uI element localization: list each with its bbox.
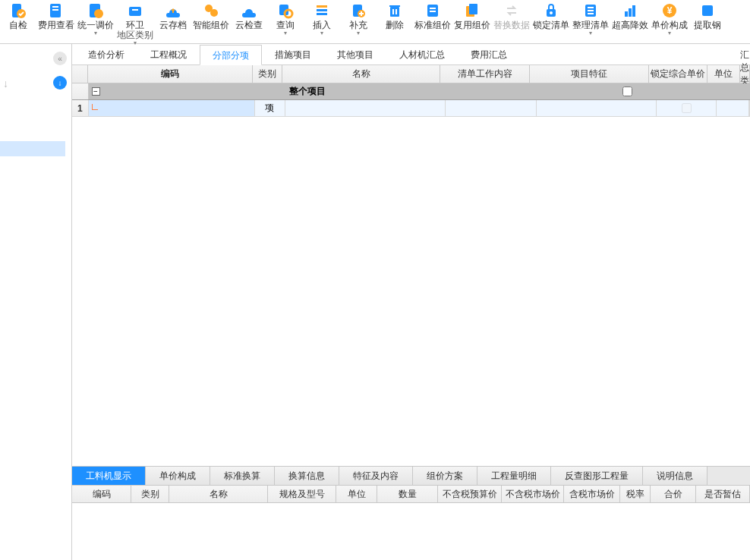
col-list-content[interactable]: 清单工作内容 (440, 65, 530, 83)
col-summary-cat[interactable]: 汇总类别 (740, 65, 750, 83)
col-name[interactable]: 名称 (282, 65, 441, 83)
cell-code[interactable] (89, 100, 256, 116)
row-number: 1 (72, 100, 89, 116)
sidebar-collapse-icon[interactable]: « (53, 52, 67, 65)
bcol-spec[interactable]: 规格及型号 (268, 486, 336, 502)
svg-point-6 (94, 9, 103, 18)
svg-rect-26 (469, 4, 477, 14)
sidebar: « ↓ ↓ (0, 44, 72, 560)
tb-cloud-check[interactable]: 云检查 (231, 2, 267, 30)
sidebar-download-icon[interactable]: ↓ (53, 76, 67, 90)
bcol-market-price-tax[interactable]: 含税市场价 (564, 486, 620, 502)
btab-convert-info[interactable]: 换算信息 (275, 467, 339, 486)
collapse-icon[interactable]: − (92, 87, 100, 96)
bcol-qty[interactable]: 数量 (377, 486, 438, 502)
detail-grid-body (72, 503, 750, 560)
bcol-tax-rate[interactable]: 税率 (620, 486, 651, 502)
row-lock-checkbox[interactable] (682, 103, 692, 113)
tab-measures[interactable]: 措施项目 (262, 44, 324, 64)
chevron-down-icon: ▾ (357, 30, 360, 36)
lock-icon (540, 2, 562, 20)
gear-users-icon (200, 2, 222, 20)
bars-icon (619, 2, 641, 20)
tb-super-high[interactable]: 超高降效 (610, 2, 650, 30)
tb-smart-price[interactable]: 智能组价 (191, 2, 231, 30)
svg-rect-19 (389, 5, 400, 7)
tb-standard-price[interactable]: 标准组价 (413, 2, 452, 30)
tb-insert[interactable]: 插入 ▾ (304, 2, 340, 36)
tb-lock-list[interactable]: 锁定清单 (531, 2, 571, 30)
tb-sanitation[interactable]: 环卫 地区类别 ▾ (115, 2, 155, 46)
svg-rect-34 (629, 8, 632, 17)
col-category[interactable]: 类别 (253, 65, 282, 83)
svg-rect-14 (317, 9, 327, 11)
doc-icon (422, 2, 443, 20)
col-features[interactable]: 项目特征 (530, 65, 649, 83)
tb-extract[interactable]: 提取钢 (689, 2, 726, 30)
btab-price-plan[interactable]: 组价方案 (413, 467, 477, 486)
bcol-unit[interactable]: 单位 (336, 486, 377, 502)
bcol-budget-price[interactable]: 不含税预算价 (438, 486, 502, 502)
col-code[interactable]: 编码 (88, 65, 253, 83)
tb-delete[interactable]: 删除 (377, 2, 413, 30)
main-toolbar: 自检 费用查看 统一调价 ▾ 环卫 地区类别 ▾ 云存档 智能组价 云检查 查询… (0, 0, 750, 44)
tb-unified-price[interactable]: 统一调价 ▾ (76, 2, 115, 36)
bcol-code[interactable]: 编码 (72, 486, 131, 502)
bcol-total[interactable]: 合价 (651, 486, 696, 502)
doc-search-icon (46, 2, 67, 20)
btab-desc-info[interactable]: 说明信息 (643, 467, 707, 486)
tb-fee-view[interactable]: 费用查看 (36, 2, 76, 30)
svg-rect-38 (702, 5, 713, 16)
tb-reuse-price[interactable]: 复用组价 (452, 2, 492, 30)
svg-rect-31 (588, 10, 594, 11)
search-icon (275, 2, 296, 20)
bcol-provisional[interactable]: 是否暂估 (696, 486, 750, 502)
svg-rect-15 (317, 13, 327, 15)
cell-list-content[interactable] (446, 100, 537, 116)
tab-fee-summary[interactable]: 费用汇总 (458, 44, 520, 64)
tb-self-check[interactable]: 自检 (0, 2, 36, 30)
svg-rect-32 (588, 13, 594, 14)
chevron-down-icon: ▾ (284, 30, 287, 36)
btab-std-convert[interactable]: 标准换算 (210, 467, 275, 486)
tab-rcj-summary[interactable]: 人材机汇总 (386, 44, 458, 64)
svg-rect-24 (430, 11, 436, 12)
btab-feature-content[interactable]: 特征及内容 (339, 467, 413, 486)
tb-cloud-save[interactable]: 云存档 (155, 2, 191, 30)
bcol-name[interactable]: 名称 (169, 486, 268, 502)
cell-features[interactable] (537, 100, 657, 116)
group-lock-checkbox[interactable] (622, 87, 632, 96)
tab-cost-analysis[interactable]: 造价分析 (75, 44, 137, 64)
grid-group-row[interactable]: − 整个项目 (72, 83, 750, 100)
bcol-category[interactable]: 类别 (131, 486, 169, 502)
sidebar-active-item[interactable] (0, 141, 65, 156)
list-insert-icon (311, 2, 332, 20)
cell-category[interactable]: 项 (255, 100, 285, 116)
btab-unit-price[interactable]: 单价构成 (146, 467, 210, 486)
btab-qty-detail[interactable]: 工程量明细 (477, 467, 551, 486)
btab-reverse-query[interactable]: 反查图形工程量 (551, 467, 643, 486)
cell-lock-price[interactable] (657, 100, 716, 116)
tab-project-overview[interactable]: 工程概况 (137, 44, 200, 64)
col-unit[interactable]: 单位 (707, 65, 740, 83)
table-row[interactable]: 1 项 (72, 100, 750, 117)
box-icon (124, 2, 146, 20)
grid-header: 编码 类别 名称 清单工作内容 项目特征 锁定综合单价 单位 汇总类别 (72, 65, 750, 83)
svg-point-28 (550, 11, 553, 14)
tb-query[interactable]: 查询 ▾ (267, 2, 304, 36)
doc-copy-icon (462, 2, 483, 20)
group-row-name: 整个项目 (289, 83, 453, 99)
col-lock-price[interactable]: 锁定综合单价 (649, 65, 707, 83)
bcol-market-price-notax[interactable]: 不含税市场价 (502, 486, 564, 502)
tb-unit-price[interactable]: ¥ 单价构成 ▾ (650, 2, 689, 36)
svg-rect-20 (392, 9, 394, 14)
tb-supplement[interactable]: 补充 ▾ (340, 2, 377, 36)
cell-name[interactable] (285, 100, 446, 116)
tab-subitems[interactable]: 分部分项 (200, 45, 262, 65)
tab-other[interactable]: 其他项目 (324, 44, 386, 64)
chevron-down-icon: ▾ (320, 30, 323, 36)
btab-glj[interactable]: 工料机显示 (72, 467, 146, 486)
chevron-down-icon: ▾ (589, 30, 592, 36)
cell-unit[interactable] (717, 100, 749, 116)
tb-organize-list[interactable]: 整理清单 ▾ (571, 2, 610, 36)
